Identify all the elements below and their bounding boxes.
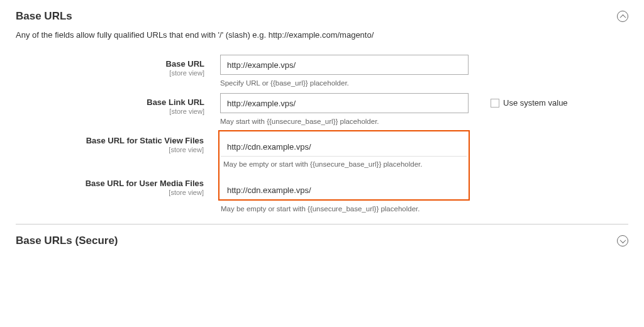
base-static-url-input[interactable] xyxy=(221,138,467,157)
section-header-base-urls: Base URLs xyxy=(0,0,644,30)
form-row-base-static-url: Base URL for Static View Files [store vi… xyxy=(219,131,469,174)
form-row-base-link-url: Base Link URL [store view] May start wit… xyxy=(0,89,644,128)
input-col: Specify URL or {{base_url}} placeholder. xyxy=(220,55,469,87)
field-label: Base URL for Static View Files xyxy=(86,136,204,145)
use-system-checkbox[interactable] xyxy=(491,99,499,108)
field-label: Base Link URL xyxy=(147,97,204,107)
section-header-base-urls-secure: Base URLs (Secure) xyxy=(0,224,644,255)
field-label: Base URL for User Media Files xyxy=(86,179,204,188)
helper-text: Specify URL or {{base_url}} placeholder. xyxy=(220,75,469,87)
base-media-url-input[interactable] xyxy=(221,180,467,199)
input-col: May start with {{unsecure_base_url}} pla… xyxy=(220,93,469,125)
highlight-box: Base URL for Static View Files [store vi… xyxy=(218,130,470,201)
scope-label: [store view] xyxy=(15,145,204,154)
use-system-col: Use system value xyxy=(469,93,568,108)
use-system-label: Use system value xyxy=(503,98,568,108)
helper-text: May be empty or start with {{unsecure_ba… xyxy=(218,201,470,213)
highlighted-fields: Base URL for Static View Files [store vi… xyxy=(218,130,470,213)
base-url-input[interactable] xyxy=(220,55,469,75)
input-col: May be empty or start with {{unsecure_ba… xyxy=(219,131,468,174)
helper-text: May be empty or start with {{unsecure_ba… xyxy=(221,157,467,174)
field-label: Base URL xyxy=(166,59,204,69)
chevron-up-icon[interactable] xyxy=(617,11,628,22)
section-title: Base URLs xyxy=(16,10,72,23)
scope-label: [store view] xyxy=(16,107,204,116)
label-col: Base URL [store view] xyxy=(16,55,220,77)
section-description: Any of the fields allow fully qualified … xyxy=(0,30,644,51)
label-col: Base Link URL [store view] xyxy=(16,93,220,116)
label-col: Base URL for User Media Files [store vie… xyxy=(15,174,204,197)
input-col xyxy=(219,174,468,199)
label-col: Base URL for Static View Files [store vi… xyxy=(15,131,204,154)
scope-label: [store view] xyxy=(15,188,204,197)
form-row-base-media-url: Base URL for User Media Files [store vie… xyxy=(219,174,469,199)
chevron-down-icon[interactable] xyxy=(617,235,628,247)
base-link-url-input[interactable] xyxy=(220,93,469,113)
scope-label: [store view] xyxy=(16,69,204,77)
helper-text: May start with {{unsecure_base_url}} pla… xyxy=(220,113,469,125)
form-row-base-url: Base URL [store view] Specify URL or {{b… xyxy=(0,51,644,89)
section-title: Base URLs (Secure) xyxy=(16,235,118,247)
